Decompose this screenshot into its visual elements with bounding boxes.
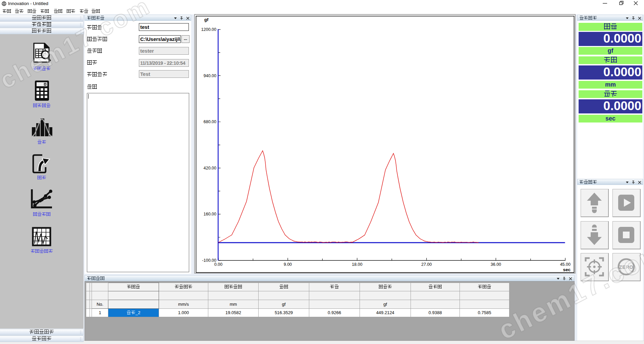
svg-text:9.00: 9.00 (284, 262, 292, 267)
svg-text:27.00: 27.00 (421, 262, 432, 267)
svg-text:36.00: 36.00 (491, 262, 501, 267)
svg-text:940.00: 940.00 (204, 73, 216, 78)
svg-text:0.00: 0.00 (214, 262, 222, 267)
svg-text:18.00: 18.00 (352, 262, 362, 267)
svg-text:45.00: 45.00 (560, 262, 571, 267)
svg-text:1200.00: 1200.00 (201, 27, 216, 32)
svg-text:gf: gf (204, 17, 209, 22)
svg-text:sec: sec (563, 267, 571, 272)
svg-text:680.00: 680.00 (204, 119, 216, 124)
svg-text:160.00: 160.00 (204, 212, 216, 216)
svg-text:420.00: 420.00 (204, 166, 216, 170)
